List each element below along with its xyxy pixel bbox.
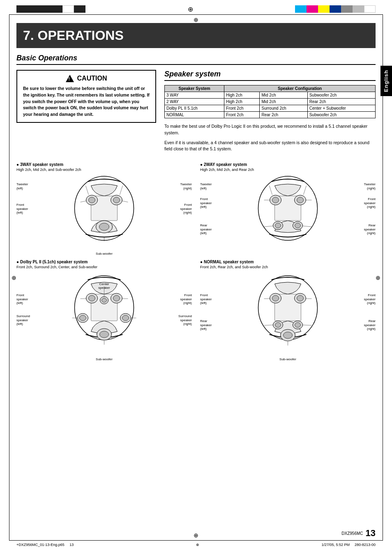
color-strip-white [62, 5, 74, 13]
label-tweeter-left-2: Tweeter(left) [200, 182, 212, 190]
diagram-2way-subtitle: High 2ch, Mid 2ch, and Rear 2ch [200, 168, 376, 172]
table-cell-mid: Mid 2ch [260, 99, 307, 105]
diagram-2way-svg [200, 173, 376, 251]
table-cell-high: High 2ch [224, 99, 260, 105]
label-rear-left-normal: Rearspeaker(left) [200, 319, 212, 331]
svg-point-60 [284, 332, 293, 339]
svg-point-18 [297, 197, 304, 203]
diagram-normal-svg [200, 271, 376, 357]
chapter-title: 7. OPERATIONS [16, 23, 376, 48]
diagram-2way-title: 2WAY speaker system [200, 162, 376, 167]
page-number-area: DXZ956MC 13 [341, 528, 376, 539]
table-cell-mid: Surround 2ch [260, 105, 307, 112]
caution-box: CAUTION Be sure to lower the volume befo… [16, 70, 156, 123]
diagram-3way-figure: Tweeter(left) Tweeter(right) Frontspeake… [16, 173, 192, 256]
color-strip-white2 [364, 5, 376, 13]
label-subwoofer: Sub-woofer [96, 252, 113, 256]
svg-point-38 [80, 315, 86, 321]
caution-label: CAUTION [77, 75, 107, 82]
main-content: 7. OPERATIONS Basic Operations CAUTION B… [0, 19, 392, 369]
table-cell-sub: Subwoofer 2ch [307, 92, 375, 99]
color-strip-darkblue [330, 5, 341, 13]
table-cell-high: High 2ch [224, 92, 260, 99]
bottom-border-line [9, 540, 383, 541]
label-surround-right: Surroundspeaker(right) [178, 314, 192, 326]
svg-point-32 [89, 295, 95, 301]
table-cell-mid: Rear 2ch [260, 112, 307, 118]
bottom-left-text: +DXZ956MC_01-13-Eng.p65 13 [16, 543, 74, 547]
two-column-layout: CAUTION Be sure to lower the volume befo… [16, 70, 376, 156]
table-cell-system: NORMAL [165, 112, 224, 118]
caution-triangle-icon [66, 75, 74, 82]
table-row: 3 WAY High 2ch Mid 2ch Subwoofer 2ch [165, 92, 376, 99]
caution-title: CAUTION [23, 75, 150, 82]
diagram-3way: 3WAY speaker system High 2ch, Mid 2ch, a… [16, 162, 192, 256]
svg-point-54 [297, 295, 304, 301]
reg-mark-left: ⊕ [12, 274, 16, 281]
diagram-2way: 2WAY speaker system High 2ch, Mid 2ch, a… [200, 162, 376, 256]
label-front-left-normal: Frontspeaker(left) [200, 293, 212, 305]
table-header-config: Speaker Configuration [224, 85, 376, 92]
table-cell-sub: Center + Subwoofer [307, 105, 375, 112]
section-title: Basic Operations [16, 54, 376, 65]
svg-point-34 [113, 295, 120, 301]
reg-mark-bottom: ⊕ [194, 532, 198, 539]
label-front-right-normal: Frontspeaker(right) [364, 293, 376, 305]
label-front-right-2: Frontspeaker(right) [364, 197, 376, 209]
table-row: Dolby PL II 5.1ch Front 2ch Surround 2ch… [165, 105, 376, 112]
diagram-dolby-title: Dolby PL II (5.1ch) speaker system [16, 260, 192, 264]
table-row: 2 WAY High 2ch Mid 2ch Rear 2ch [165, 99, 376, 105]
speaker-table: Speaker System Speaker Configuration 3 W… [164, 85, 376, 118]
table-row: NORMAL Front 2ch Rear 2ch Subwoofer 2ch [165, 112, 376, 118]
file-name: +DXZ956MC_01-13-Eng.p65 [16, 543, 65, 547]
table-cell-mid: Mid 2ch [260, 92, 307, 99]
label-front-right: Frontspeaker(right) [180, 203, 192, 215]
color-strip-black5 [74, 5, 85, 13]
label-front-left: Frontspeaker(left) [16, 203, 28, 215]
left-column: CAUTION Be sure to lower the volume befo… [16, 70, 156, 156]
reg-mark-bar: ⊕ [85, 5, 295, 13]
color-strip-cyan [295, 5, 307, 13]
table-cell-sub: Rear 2ch [307, 99, 375, 105]
bottom-center-text: ⊕ [196, 543, 199, 547]
diagram-3way-svg [16, 173, 192, 251]
top-color-bar: ⊕ [0, 3, 392, 15]
label-center: Centerspeaker [98, 282, 110, 290]
label-front-left-dolby: Frontspeaker(left) [16, 293, 28, 305]
color-strip-black1 [16, 5, 28, 13]
svg-point-58 [295, 322, 301, 327]
color-strip-lightgray [353, 5, 364, 13]
color-strip-magenta [307, 5, 318, 13]
table-cell-high: Front 2ch [224, 105, 260, 112]
table-cell-system: 2 WAY [165, 99, 224, 105]
svg-point-52 [272, 295, 279, 301]
color-strip-yellow [318, 5, 330, 13]
caution-text: Be sure to lower the volume before switc… [23, 85, 150, 118]
svg-point-5 [113, 197, 120, 203]
language-tab: English [380, 66, 392, 96]
label-rear-left-2: Rearspeaker(left) [200, 223, 212, 235]
color-strip-black4 [51, 5, 62, 13]
diagram-dolby-figure: Frontspeaker(left) Centerspeaker Frontsp… [16, 271, 192, 361]
svg-point-3 [89, 197, 95, 203]
svg-point-7 [99, 223, 109, 230]
color-strip-black3 [39, 5, 51, 13]
speaker-desc2: Even if it is unavailable, a 4 channel s… [164, 140, 376, 153]
color-strip-black2 [28, 5, 39, 13]
table-cell-system: 3 WAY [165, 92, 224, 99]
label-rear-right-2: Rearspeaker(right) [364, 223, 376, 235]
svg-point-20 [275, 223, 281, 228]
svg-point-36 [102, 298, 107, 302]
diagram-3way-title: 3WAY speaker system [16, 162, 192, 167]
table-cell-sub: Subwoofer 2ch [307, 112, 375, 118]
speaker-system-title: Speaker system [164, 70, 376, 81]
right-column: Speaker system Speaker System Speaker Co… [164, 70, 376, 156]
label-front-right-dolby: Frontspeaker(right) [180, 293, 192, 305]
diagram-normal-figure: Frontspeaker(left) Frontspeaker(right) R… [200, 271, 376, 361]
bottom-reg-mark: ⊕ [196, 543, 199, 547]
bottom-right-area: 1/27/05, 5:52 PM 280-8213-00 [321, 543, 376, 547]
color-strip-gray [341, 5, 353, 13]
label-front-left-2: Frontspeaker(left) [200, 197, 212, 209]
diagram-2way-figure: Tweeter(left) Tweeter(right) Frontspeake… [200, 173, 376, 256]
label-surround-left: Surroundspeaker(left) [16, 314, 30, 326]
